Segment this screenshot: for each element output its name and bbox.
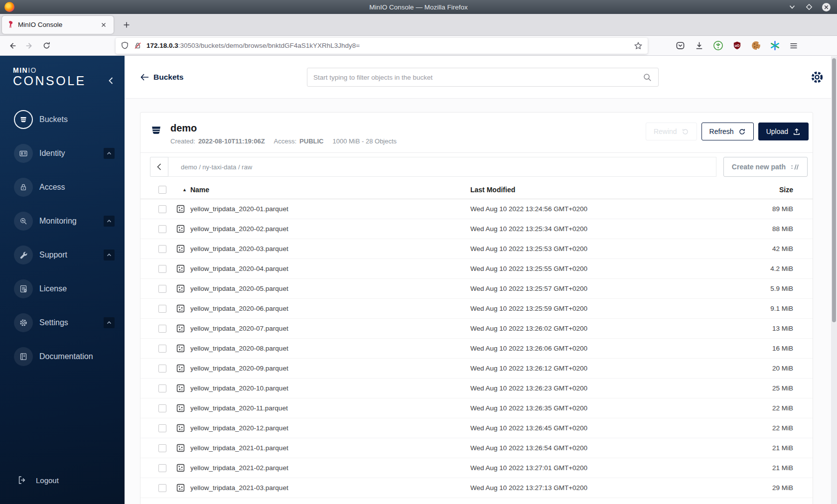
back-button[interactable] (4, 38, 21, 53)
svg-text:uO: uO (734, 44, 739, 47)
downloads-icon[interactable] (693, 39, 705, 52)
sidebar-item-license[interactable]: License (0, 272, 125, 306)
tracking-shield-icon[interactable] (121, 41, 129, 50)
row-checkbox[interactable] (158, 305, 166, 313)
tab-close-icon[interactable] (98, 19, 109, 30)
bucket-browser-card: demo Created:2022-08-10T11:19:06Z Access… (140, 112, 813, 504)
bucket-icon (14, 110, 33, 129)
table-row[interactable]: yellow_tripdata_2020-05.parquet Wed Aug … (140, 279, 813, 299)
menu-hamburger-icon[interactable] (787, 39, 800, 52)
object-size: 9.1 MiB (734, 305, 793, 312)
row-checkbox[interactable] (158, 345, 166, 353)
url-bar[interactable]: 172.18.0.3 :30503/buckets/demo/browse/bn… (116, 38, 648, 54)
row-checkbox[interactable] (158, 424, 166, 432)
row-checkbox[interactable] (158, 285, 166, 293)
row-checkbox[interactable] (158, 205, 166, 213)
table-row[interactable]: yellow_tripdata_2020-06.parquet Wed Aug … (140, 299, 813, 319)
table-row[interactable]: yellow_tripdata_2020-11.parquet Wed Aug … (140, 398, 813, 418)
object-name: yellow_tripdata_2020-02.parquet (190, 225, 470, 233)
table-row[interactable]: yellow_tripdata_2020-07.parquet Wed Aug … (140, 319, 813, 339)
object-size: 25 MiB (734, 384, 793, 392)
sidebar-item-access[interactable]: Access (0, 170, 125, 204)
object-modified: Wed Aug 10 2022 13:25:53 GMT+0200 (470, 245, 734, 252)
search-input[interactable] (313, 74, 643, 81)
chevron-up-icon[interactable] (104, 148, 115, 159)
row-checkbox[interactable] (158, 404, 166, 412)
sidebar-item-documentation[interactable]: Documentation (0, 340, 125, 374)
new-tab-button[interactable] (119, 17, 135, 33)
table-row[interactable]: yellow_tripdata_2020-04.parquet Wed Aug … (140, 259, 813, 279)
filter-objects-search[interactable] (307, 68, 659, 87)
column-header-size[interactable]: Size (734, 186, 793, 194)
window-maximize-button[interactable] (804, 2, 814, 12)
back-arrow-icon (140, 74, 149, 81)
sidebar-item-identity[interactable]: Identity (0, 136, 125, 170)
table-row[interactable]: yellow_tripdata_2020-03.parquet Wed Aug … (140, 239, 813, 259)
row-checkbox[interactable] (158, 484, 166, 492)
scrollbar-thumb[interactable] (832, 58, 836, 322)
object-name: yellow_tripdata_2021-01.parquet (190, 444, 470, 452)
object-name: yellow_tripdata_2020-08.parquet (190, 345, 470, 352)
sidebar-collapse-icon[interactable] (105, 75, 117, 87)
sidebar-item-logout[interactable]: Logout (0, 469, 125, 491)
sidebar-item-settings[interactable]: Settings (0, 306, 125, 340)
bookmark-star-icon[interactable] (634, 41, 643, 50)
chevron-up-icon[interactable] (104, 250, 115, 260)
row-checkbox[interactable] (158, 265, 166, 273)
object-name: yellow_tripdata_2020-03.parquet (190, 245, 470, 252)
object-modified: Wed Aug 10 2022 13:24:56 GMT+0200 (470, 205, 734, 213)
object-browser-topbar: Buckets (125, 56, 837, 99)
upload-icon (793, 127, 801, 135)
settings-gear-icon[interactable] (810, 70, 825, 85)
table-row[interactable]: yellow_tripdata_2020-09.parquet Wed Aug … (140, 359, 813, 378)
chevron-up-icon[interactable] (104, 216, 115, 227)
object-size: 22 MiB (734, 424, 793, 432)
chevron-up-icon[interactable] (104, 317, 115, 328)
table-row[interactable]: yellow_tripdata_2020-01.parquet Wed Aug … (140, 199, 813, 219)
forward-button[interactable] (21, 38, 38, 53)
table-row[interactable]: yellow_tripdata_2020-10.parquet Wed Aug … (140, 378, 813, 398)
row-checkbox[interactable] (158, 365, 166, 373)
upload-button[interactable]: Upload (758, 123, 809, 140)
row-checkbox[interactable] (158, 444, 166, 452)
row-checkbox[interactable] (158, 384, 166, 392)
path-back-button[interactable] (150, 157, 168, 177)
object-size: 42 MiB (734, 245, 793, 252)
breadcrumb[interactable]: demo / ny-taxi-data / raw (168, 157, 716, 177)
table-row[interactable]: yellow_tripdata_2021-02.parquet Wed Aug … (140, 458, 813, 478)
reload-button[interactable] (38, 38, 55, 53)
refresh-button[interactable]: Refresh (701, 123, 754, 140)
insecure-lock-icon[interactable] (134, 41, 142, 50)
table-row[interactable]: yellow_tripdata_2021-01.parquet Wed Aug … (140, 438, 813, 458)
ublock-origin-icon[interactable]: uO (730, 39, 743, 52)
cookie-icon[interactable] (749, 39, 762, 52)
sidebar-item-support[interactable]: Support (0, 238, 125, 272)
select-all-checkbox[interactable] (158, 186, 166, 194)
extension-asterisk-icon[interactable] (768, 39, 781, 52)
column-header-last-modified[interactable]: Last Modified (470, 186, 734, 194)
object-size: 13 MiB (734, 325, 793, 332)
object-name: yellow_tripdata_2020-06.parquet (190, 305, 470, 312)
row-checkbox[interactable] (158, 225, 166, 233)
window-minimize-button[interactable] (787, 2, 797, 12)
table-row[interactable]: yellow_tripdata_2021-03.parquet Wed Aug … (140, 478, 813, 498)
table-row[interactable]: yellow_tripdata_2020-12.parquet Wed Aug … (140, 418, 813, 438)
page-scrollbar[interactable] (831, 56, 837, 504)
row-checkbox[interactable] (158, 325, 166, 333)
privacy-badger-icon[interactable] (711, 39, 724, 52)
sidebar-item-monitoring[interactable]: Monitoring (0, 204, 125, 238)
rewind-button[interactable]: Rewind (646, 123, 697, 140)
object-modified: Wed Aug 10 2022 13:26:45 GMT+0200 (470, 424, 734, 432)
sidebar-item-buckets[interactable]: Buckets (0, 103, 125, 136)
table-row[interactable]: yellow_tripdata_2020-08.parquet Wed Aug … (140, 339, 813, 359)
create-new-path-button[interactable]: Create new path (723, 157, 808, 177)
object-name: yellow_tripdata_2020-05.parquet (190, 285, 470, 292)
back-to-buckets-link[interactable]: Buckets (140, 73, 183, 82)
browser-tab[interactable]: MinIO Console (2, 16, 114, 34)
column-header-name[interactable]: ▲ Name (176, 186, 470, 194)
pocket-icon[interactable] (674, 39, 687, 52)
window-close-button[interactable] (821, 2, 831, 12)
row-checkbox[interactable] (158, 245, 166, 253)
table-row[interactable]: yellow_tripdata_2020-02.parquet Wed Aug … (140, 219, 813, 239)
row-checkbox[interactable] (158, 464, 166, 472)
